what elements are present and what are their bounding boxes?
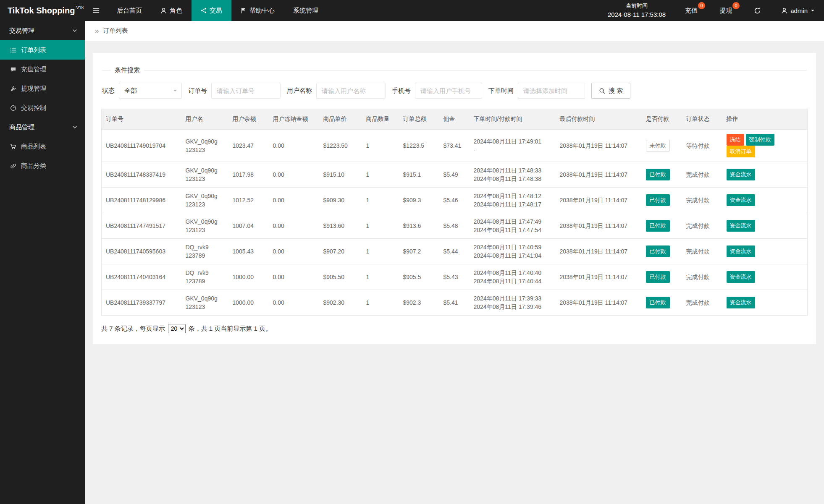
cell-paid-status: 未付款: [642, 130, 682, 162]
sidebar-item-label: 商品列表: [21, 143, 46, 151]
username-input[interactable]: [316, 83, 386, 99]
nav-item-help-center[interactable]: 帮助中心: [231, 0, 284, 21]
recharge-icon: [10, 66, 16, 73]
cell-order-no: UB2408111748337419: [102, 162, 181, 188]
phone-input[interactable]: [415, 83, 482, 99]
paid-status-badge: 已付款: [646, 271, 670, 283]
person-icon: [781, 8, 787, 14]
cell-user-balance: 1012.52: [228, 188, 269, 213]
sidebar-item-withdraw-management[interactable]: 提现管理: [0, 79, 85, 98]
cell-commission: $5.41: [439, 290, 470, 316]
column-header: 商品单价: [319, 109, 362, 130]
table-row: UB2408111739337797GKV_0q90g1231231000.00…: [102, 290, 808, 316]
fund-flow-button[interactable]: 资金流水: [727, 271, 755, 283]
status-select-value: 全部: [124, 87, 137, 95]
cell-unit-price: $905.50: [319, 264, 362, 290]
sidebar-item-product-list[interactable]: 商品列表: [0, 137, 85, 156]
person-icon: [160, 8, 167, 14]
fund-flow-button[interactable]: 资金流水: [727, 297, 755, 308]
fund-flow-button[interactable]: 资金流水: [727, 194, 755, 206]
cell-username: GKV_0q90g123123: [181, 162, 228, 188]
nav-item-trade[interactable]: 交易: [192, 0, 231, 21]
page-size-select[interactable]: 20: [168, 324, 186, 333]
cell-order-total: $913.6: [399, 213, 439, 239]
admin-menu[interactable]: admin: [772, 0, 824, 21]
sidebar: 交易管理订单列表充值管理提现管理交易控制商品管理商品列表商品分类: [0, 21, 85, 504]
breadcrumb: » 订单列表: [85, 21, 824, 41]
cell-quantity: 1: [362, 264, 399, 290]
sidebar-item-trade-control[interactable]: 交易控制: [0, 98, 85, 118]
withdraw-link-label: 提现: [719, 7, 732, 15]
recharge-link[interactable]: 充值 0: [674, 0, 709, 21]
cell-quantity: 1: [362, 290, 399, 316]
cell-actions: 资金流水: [722, 239, 808, 264]
cell-order-no: UB2408111749019704: [102, 130, 181, 162]
column-header: 订单号: [102, 109, 181, 130]
sidebar-item-label: 订单列表: [21, 46, 46, 54]
cell-order-no: UB2408111747491517: [102, 213, 181, 239]
breadcrumb-current: 订单列表: [102, 27, 128, 35]
refresh-button[interactable]: [743, 0, 772, 21]
sidebar-item-product-category[interactable]: 商品分类: [0, 156, 85, 175]
cell-order-total: $907.2: [399, 239, 439, 264]
navbar-right: 当前时间 2024-08-11 17:53:08 充值 0 提现 0 admin: [599, 0, 824, 21]
chevron-down-icon: [72, 125, 77, 130]
force-pay-button[interactable]: 强制付款: [746, 134, 774, 146]
current-time: 当前时间 2024-08-11 17:53:08: [599, 0, 674, 21]
cell-commission: $5.48: [439, 213, 470, 239]
column-header: 商品数量: [362, 109, 399, 130]
phone-filter-group: 手机号: [392, 83, 482, 99]
search-button[interactable]: 搜 索: [591, 83, 630, 99]
phone-label: 手机号: [392, 87, 411, 95]
nav-item-role[interactable]: 角色: [151, 0, 192, 21]
pagination-prefix: 共 7 条记录，每页显示: [101, 325, 165, 333]
sidebar-item-order-list[interactable]: 订单列表: [0, 40, 85, 60]
caret-down-icon: [173, 89, 177, 93]
cell-commission: $5.44: [439, 239, 470, 264]
fund-flow-button[interactable]: 资金流水: [727, 169, 755, 180]
cancel-order-button[interactable]: 取消订单: [727, 146, 755, 157]
cell-quantity: 1: [362, 213, 399, 239]
status-select[interactable]: 全部: [119, 83, 182, 99]
order-no-input[interactable]: [211, 83, 281, 99]
paid-status-badge: 已付款: [646, 297, 670, 308]
pagination-suffix: 条，共 1 页当前显示第 1 页。: [189, 325, 272, 333]
cell-order-status: 完成付款: [682, 162, 722, 188]
cell-unit-price: $909.30: [319, 188, 362, 213]
sidebar-item-recharge-management[interactable]: 充值管理: [0, 60, 85, 79]
freeze-button[interactable]: 冻结: [727, 134, 744, 146]
cell-username: GKV_0q90g123123: [181, 290, 228, 316]
cell-order-pay-time: 2024年08月11日 17:47:492024年08月11日 17:47:54: [470, 213, 556, 239]
cell-user-balance: 1023.47: [228, 130, 269, 162]
sidebar-section-product-management[interactable]: 商品管理: [0, 118, 85, 137]
cell-username: GKV_0q90g123123: [181, 188, 228, 213]
sidebar-section-trade-management[interactable]: 交易管理: [0, 21, 85, 40]
cell-order-status: 完成付款: [682, 290, 722, 316]
nav-item-system[interactable]: 系统管理: [284, 0, 328, 21]
cell-order-status: 完成付款: [682, 239, 722, 264]
column-header: 订单总额: [399, 109, 439, 130]
cell-order-total: $909.3: [399, 188, 439, 213]
withdraw-icon: [10, 86, 16, 92]
cell-username: GKV_0q90g123123: [181, 130, 228, 162]
fund-flow-button[interactable]: 资金流水: [727, 245, 755, 257]
main-nav: 后台首页角色交易帮助中心系统管理: [108, 0, 328, 21]
order-time-input[interactable]: [518, 83, 585, 99]
cell-paid-status: 已付款: [642, 213, 682, 239]
column-header: 是否付款: [642, 109, 682, 130]
cell-commission: $5.49: [439, 162, 470, 188]
table-row: UB2408111747491517GKV_0q90g1231231007.04…: [102, 213, 808, 239]
cell-order-no: UB2408111740595603: [102, 239, 181, 264]
cell-quantity: 1: [362, 162, 399, 188]
withdraw-link[interactable]: 提现 0: [709, 0, 743, 21]
nav-item-home[interactable]: 后台首页: [108, 0, 151, 21]
paid-status-badge: 已付款: [646, 194, 670, 206]
control-icon: [10, 105, 16, 111]
sidebar-item-label: 交易控制: [21, 104, 46, 112]
cell-order-pay-time: 2024年08月11日 17:48:122024年08月11日 17:48:17: [470, 188, 556, 213]
admin-username: admin: [790, 7, 808, 14]
chevron-down-icon: [72, 28, 77, 33]
fund-flow-button[interactable]: 资金流水: [727, 220, 755, 232]
hamburger-menu-button[interactable]: [85, 0, 108, 21]
cell-unit-price: $902.30: [319, 290, 362, 316]
